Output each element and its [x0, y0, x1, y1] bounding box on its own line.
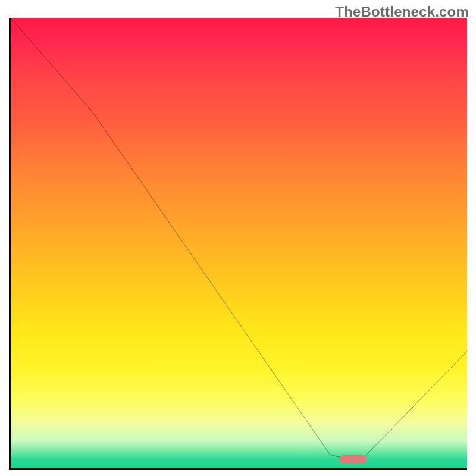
bottleneck-curve-path — [11, 18, 467, 459]
watermark-text: TheBottleneck.com — [335, 4, 469, 20]
optimal-marker — [339, 455, 367, 464]
chart-wrapper: TheBottleneck.com — [0, 0, 476, 476]
chart-svg — [11, 18, 467, 468]
plot-area — [9, 18, 467, 470]
